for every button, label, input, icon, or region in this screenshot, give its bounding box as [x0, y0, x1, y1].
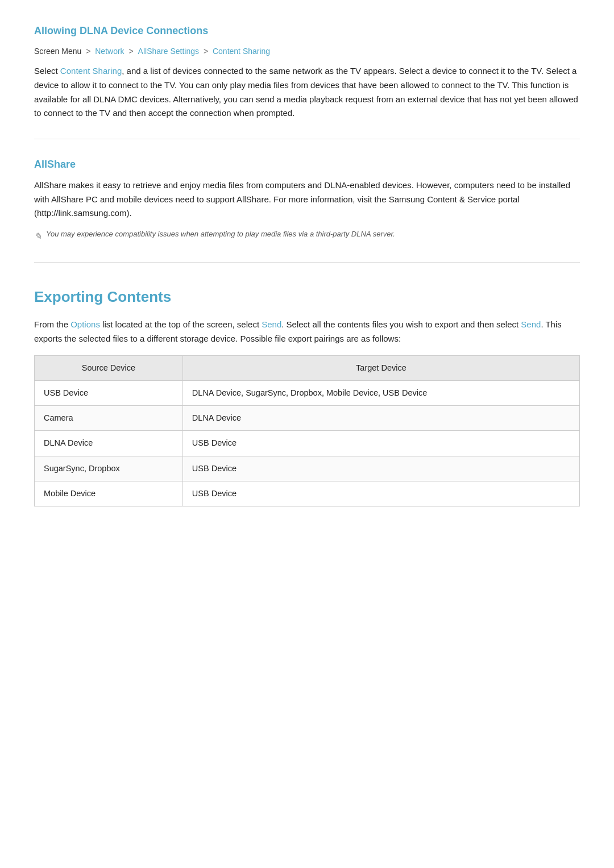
section3-body: From the Options list located at the top…: [34, 318, 580, 346]
table-row: SugarSync, DropboxUSB Device: [35, 456, 580, 481]
pencil-icon: ✎: [34, 229, 42, 244]
col-target-device: Target Device: [182, 355, 579, 380]
section1-body: Select Content Sharing, and a list of de…: [34, 64, 580, 121]
table-cell-source: SugarSync, Dropbox: [35, 456, 183, 481]
export-table: Source Device Target Device USB DeviceDL…: [34, 355, 580, 506]
breadcrumb-prefix: Screen Menu: [34, 47, 81, 56]
breadcrumb-network[interactable]: Network: [95, 47, 124, 56]
section-dlna-connections: Allowing DLNA Device Connections Screen …: [34, 23, 580, 121]
send-link-1[interactable]: Send: [262, 319, 281, 329]
table-cell-target: DLNA Device: [182, 406, 579, 431]
table-row: Mobile DeviceUSB Device: [35, 481, 580, 506]
breadcrumb-content-sharing[interactable]: Content Sharing: [213, 47, 270, 56]
content-sharing-link[interactable]: Content Sharing: [60, 66, 122, 76]
table-cell-target: USB Device: [182, 456, 579, 481]
section3-title: Exporting Contents: [34, 285, 580, 309]
table-cell-source: Camera: [35, 406, 183, 431]
table-row: CameraDLNA Device: [35, 406, 580, 431]
note-box: ✎ You may experience compatibility issue…: [34, 229, 580, 244]
section2-title: AllShare: [34, 156, 580, 173]
breadcrumb: Screen Menu > Network > AllShare Setting…: [34, 45, 580, 57]
section-exporting: Exporting Contents From the Options list…: [34, 285, 580, 506]
table-row: DLNA DeviceUSB Device: [35, 431, 580, 456]
table-cell-source: DLNA Device: [35, 431, 183, 456]
table-cell-target: DLNA Device, SugarSync, Dropbox, Mobile …: [182, 381, 579, 406]
table-cell-source: USB Device: [35, 381, 183, 406]
section-allshare: AllShare AllShare makes it easy to retri…: [34, 156, 580, 244]
table-cell-target: USB Device: [182, 481, 579, 506]
divider1: [34, 139, 580, 139]
breadcrumb-sep2: >: [129, 47, 136, 56]
divider2: [34, 262, 580, 263]
breadcrumb-allshare-settings[interactable]: AllShare Settings: [138, 47, 199, 56]
col-source-device: Source Device: [35, 355, 183, 380]
table-cell-target: USB Device: [182, 431, 579, 456]
note-text: You may experience compatibility issues …: [46, 229, 395, 240]
section2-body: AllShare makes it easy to retrieve and e…: [34, 178, 580, 221]
table-row: USB DeviceDLNA Device, SugarSync, Dropbo…: [35, 381, 580, 406]
options-link[interactable]: Options: [70, 319, 100, 329]
breadcrumb-sep1: >: [86, 47, 93, 56]
breadcrumb-sep3: >: [204, 47, 210, 56]
send-link-2[interactable]: Send: [521, 319, 541, 329]
section1-title: Allowing DLNA Device Connections: [34, 23, 580, 39]
table-cell-source: Mobile Device: [35, 481, 183, 506]
table-header-row: Source Device Target Device: [35, 355, 580, 380]
